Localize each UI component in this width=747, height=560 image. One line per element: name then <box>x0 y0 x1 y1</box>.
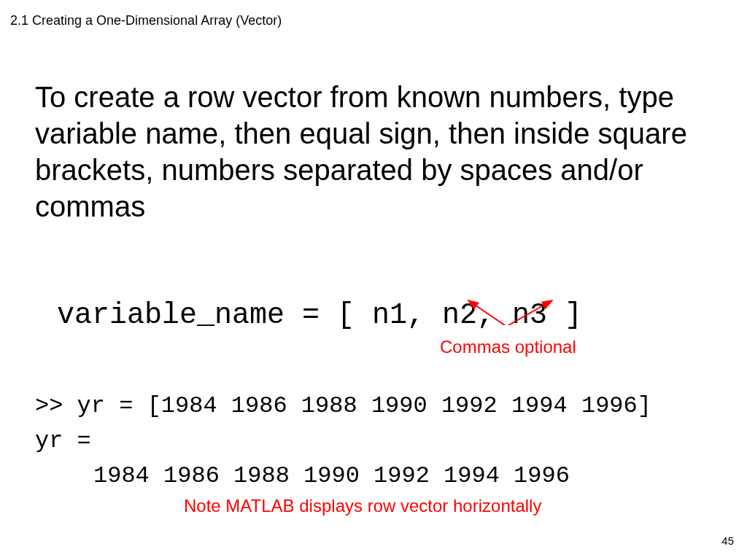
annotation-matlab-display: Note MATLAB displays row vector horizont… <box>184 496 541 516</box>
code-example-output-line1: yr = <box>35 427 91 454</box>
section-title: 2.1 Creating a One-Dimensional Array (Ve… <box>10 13 282 28</box>
main-description: To create a row vector from known number… <box>35 79 712 225</box>
svg-line-3 <box>508 300 552 325</box>
code-example-output-line2: 1984 1986 1988 1990 1992 1994 1996 <box>93 462 570 489</box>
annotation-commas-optional: Commas optional <box>440 337 576 357</box>
annotation-arrows <box>454 296 563 325</box>
svg-line-2 <box>468 300 505 325</box>
code-example-input: >> yr = [1984 1986 1988 1990 1992 1994 1… <box>35 392 651 419</box>
page-number: 45 <box>721 534 734 547</box>
